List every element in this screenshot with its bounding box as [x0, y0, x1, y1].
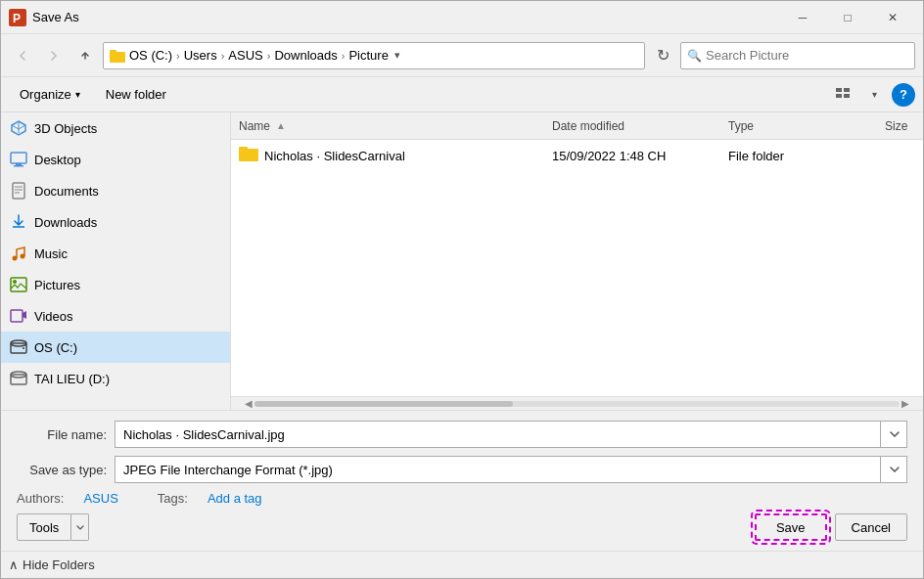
- svg-rect-11: [13, 183, 24, 199]
- scroll-right-button[interactable]: ▶: [901, 398, 909, 409]
- column-size[interactable]: Size: [877, 119, 923, 133]
- cancel-button[interactable]: Cancel: [835, 513, 907, 541]
- authors-value[interactable]: ASUS: [83, 491, 117, 506]
- svg-point-13: [21, 254, 25, 259]
- organize-arrow-icon: ▾: [75, 89, 80, 100]
- savetype-input[interactable]: [115, 456, 907, 483]
- svg-rect-8: [11, 153, 26, 163]
- sort-arrow-icon: ▲: [276, 120, 286, 131]
- toolbar: Organize ▾ New folder ▾ ?: [1, 77, 923, 112]
- back-button[interactable]: [9, 42, 36, 69]
- sidebar-label-pictures: Pictures: [34, 278, 80, 292]
- svg-rect-9: [16, 163, 22, 165]
- svg-rect-23: [239, 147, 248, 151]
- savetype-chevron-icon: [890, 467, 900, 472]
- savetype-dropdown-button[interactable]: [880, 456, 907, 483]
- sidebar-item-music[interactable]: Music: [1, 238, 230, 269]
- scroll-track[interactable]: [254, 401, 900, 407]
- authors-label: Authors:: [17, 491, 64, 506]
- action-row: Tools Save Cancel: [17, 513, 907, 541]
- new-folder-button[interactable]: New folder: [95, 82, 177, 108]
- tools-arrow-button[interactable]: [71, 513, 89, 541]
- videos-icon: [9, 306, 28, 326]
- scroll-thumb[interactable]: [254, 401, 513, 407]
- svg-rect-10: [14, 165, 23, 167]
- file-type: File folder: [720, 149, 877, 163]
- title-bar: P Save As ─ □ ✕: [1, 1, 923, 34]
- hide-folders-button[interactable]: ∧ Hide Folders: [9, 557, 95, 572]
- file-list-container: Name ▲ Date modified Type Size: [231, 112, 923, 410]
- svg-point-12: [13, 256, 18, 261]
- cube-icon: [9, 118, 28, 138]
- horizontal-scrollbar[interactable]: ◀ ▶: [231, 396, 923, 410]
- sidebar-label-downloads: Downloads: [34, 215, 97, 230]
- tools-arrow-icon: [76, 525, 84, 530]
- sidebar-label-videos: Videos: [34, 309, 73, 324]
- sidebar-item-os-c[interactable]: OS (C:): [1, 332, 230, 363]
- breadcrumb-dropdown[interactable]: ▾: [391, 49, 404, 62]
- sidebar-item-videos[interactable]: Videos: [1, 300, 230, 332]
- refresh-button[interactable]: ↻: [649, 42, 676, 69]
- view-dropdown-button[interactable]: ▾: [860, 82, 888, 108]
- svg-point-15: [13, 280, 17, 284]
- sidebar-item-tai-lieu[interactable]: TAI LIEU (D:): [1, 363, 230, 394]
- pictures-icon: [9, 275, 28, 294]
- address-bar: OS (C:) › Users › ASUS › Downloads › Pic…: [1, 34, 923, 77]
- tags-label: Tags:: [158, 491, 188, 506]
- table-row[interactable]: Nicholas · SlidesCarnival 15/09/2022 1:4…: [231, 140, 923, 171]
- help-button[interactable]: ?: [892, 83, 915, 107]
- dialog-title: Save As: [32, 10, 780, 24]
- minimize-button[interactable]: ─: [780, 1, 825, 34]
- scroll-left-button[interactable]: ◀: [245, 398, 253, 409]
- meta-row: Authors: ASUS Tags: Add a tag: [17, 491, 907, 506]
- sidebar-item-desktop[interactable]: Desktop: [1, 144, 230, 175]
- svg-rect-5: [844, 88, 850, 92]
- column-date[interactable]: Date modified: [544, 119, 720, 133]
- view-button[interactable]: [829, 82, 856, 108]
- file-list: Nicholas · SlidesCarnival 15/09/2022 1:4…: [231, 140, 923, 396]
- breadcrumb-item-drive[interactable]: OS (C:): [110, 48, 172, 64]
- tai-drive-icon: [9, 369, 28, 388]
- filename-input[interactable]: [115, 421, 907, 448]
- save-as-dialog: P Save As ─ □ ✕ OS (C:): [0, 0, 924, 579]
- svg-rect-14: [11, 278, 26, 291]
- savetype-label: Save as type:: [17, 463, 115, 477]
- svg-text:P: P: [13, 12, 21, 25]
- tools-button[interactable]: Tools: [17, 513, 71, 541]
- forward-button[interactable]: [40, 42, 68, 69]
- file-date: 15/09/2022 1:48 CH: [544, 149, 720, 163]
- tags-value[interactable]: Add a tag: [208, 491, 262, 506]
- sidebar: 3D Objects Desktop Documents Downloads: [1, 112, 231, 410]
- hide-folders-arrow-icon: ∧: [9, 557, 19, 572]
- sidebar-item-downloads[interactable]: Downloads: [1, 206, 230, 238]
- search-input[interactable]: [706, 48, 908, 63]
- filename-dropdown-button[interactable]: [880, 421, 907, 448]
- close-button[interactable]: ✕: [870, 1, 915, 34]
- music-icon: [9, 244, 28, 263]
- desktop-icon: [9, 150, 28, 169]
- sidebar-item-documents[interactable]: Documents: [1, 175, 230, 206]
- hide-folders-row: ∧ Hide Folders: [1, 551, 923, 578]
- main-content: 3D Objects Desktop Documents Downloads: [1, 112, 923, 410]
- sidebar-label-tai-lieu: TAI LIEU (D:): [34, 372, 110, 386]
- svg-rect-4: [836, 88, 842, 92]
- svg-rect-7: [844, 94, 850, 98]
- maximize-button[interactable]: □: [825, 1, 870, 34]
- sidebar-label-3d-objects: 3D Objects: [34, 121, 97, 136]
- chevron-down-icon: [890, 431, 900, 437]
- svg-rect-16: [11, 310, 23, 322]
- save-button[interactable]: Save: [755, 513, 827, 541]
- sidebar-label-documents: Documents: [34, 184, 99, 199]
- sidebar-item-pictures[interactable]: Pictures: [1, 269, 230, 300]
- document-icon: [9, 181, 28, 200]
- column-name[interactable]: Name ▲: [231, 119, 544, 133]
- column-type[interactable]: Type: [720, 119, 877, 133]
- sidebar-label-os-c: OS (C:): [34, 340, 77, 355]
- up-button[interactable]: [71, 42, 99, 69]
- search-bar: 🔍: [680, 42, 915, 69]
- organize-button[interactable]: Organize ▾: [9, 82, 91, 108]
- breadcrumb[interactable]: OS (C:) › Users › ASUS › Downloads › Pic…: [103, 42, 645, 69]
- file-list-header: Name ▲ Date modified Type Size: [231, 112, 923, 140]
- window-controls: ─ □ ✕: [780, 1, 915, 34]
- sidebar-item-3d-objects[interactable]: 3D Objects: [1, 112, 230, 144]
